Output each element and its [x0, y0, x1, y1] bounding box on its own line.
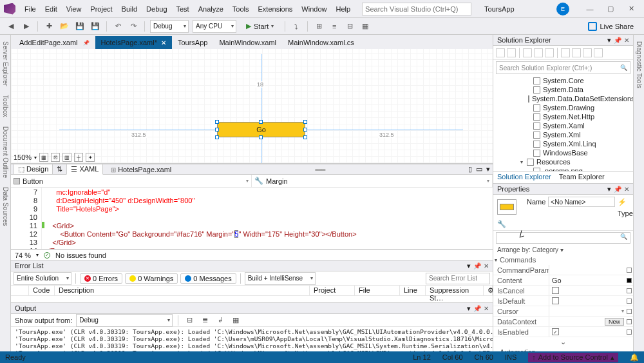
toolbox-tab[interactable]: Toolbox: [2, 91, 9, 121]
error-search-input[interactable]: [426, 273, 490, 284]
se-preview-icon[interactable]: [583, 48, 592, 57]
prop-row[interactable]: IsEnabled: [493, 327, 633, 337]
se-refresh-icon[interactable]: [534, 48, 543, 57]
output-text[interactable]: 'ToursApp.exe' (CLR v4.0.30319: ToursApp…: [11, 327, 493, 351]
tool-icon-2[interactable]: ≡: [328, 21, 340, 32]
split-collapse-icon[interactable]: ▾: [486, 165, 490, 173]
build-filter-combo[interactable]: Build + IntelliSense: [245, 272, 316, 285]
new-project-icon[interactable]: ✚: [43, 21, 55, 32]
close-panel-icon[interactable]: ✕: [484, 262, 489, 270]
user-avatar-icon[interactable]: E: [556, 3, 569, 15]
add-source-control-button[interactable]: ↑ Add to Source Control ▴: [528, 353, 618, 362]
design-xaml-split[interactable]: ⬚ Design ⇅ ☰ XAML ⊞ HotelsPage.xaml ▪▪▪▪…: [11, 164, 493, 175]
effects-icon[interactable]: ✦: [86, 153, 95, 162]
live-share-button[interactable]: Live Share: [583, 22, 639, 31]
solution-tree[interactable]: System.CoreSystem.DataSystem.Data.DataSe…: [493, 75, 633, 171]
scope-combo[interactable]: Entire Solution: [14, 272, 71, 285]
toggle-icon[interactable]: ▦: [230, 315, 242, 326]
menu-debug[interactable]: Debug: [142, 3, 171, 15]
grid-icon[interactable]: ▥: [62, 153, 71, 162]
tab-addeditpage[interactable]: AddEditPage.xaml: [14, 36, 95, 49]
document-outline-tab[interactable]: Document Outline: [2, 123, 9, 182]
config-combo[interactable]: Debug: [150, 20, 189, 33]
fit-icon[interactable]: ⊡: [51, 153, 60, 162]
clear-icon[interactable]: ≣: [199, 315, 211, 326]
pin-icon[interactable]: 📌: [614, 37, 621, 44]
tab-close-icon[interactable]: ✕: [161, 39, 166, 46]
nav-back-icon[interactable]: ◀: [5, 21, 17, 32]
prop-row[interactable]: DataContextNew: [493, 317, 633, 327]
tool-icon-3[interactable]: ⊟: [344, 21, 355, 32]
find-icon[interactable]: ⊟: [184, 315, 195, 326]
se-properties-icon[interactable]: [572, 48, 581, 57]
minimize-icon[interactable]: —: [581, 3, 599, 15]
tree-item[interactable]: System.Core: [493, 76, 633, 85]
messages-filter[interactable]: 0 Messages: [180, 273, 236, 284]
pin-icon[interactable]: 📌: [473, 305, 481, 312]
menu-view[interactable]: View: [62, 3, 86, 15]
split-vertical-icon[interactable]: ▯: [468, 165, 472, 173]
events-icon[interactable]: ⚡: [618, 198, 629, 206]
platform-combo[interactable]: Any CPU: [193, 20, 236, 33]
tree-item[interactable]: System.Data: [493, 85, 633, 94]
tool-icon-1[interactable]: ⊞: [313, 21, 325, 32]
tool-icon-4[interactable]: ▦: [359, 21, 371, 32]
expand-caret-icon[interactable]: ⌄: [493, 337, 633, 347]
pin-icon[interactable]: 📌: [614, 186, 621, 193]
tab-hotelspage[interactable]: HotelsPage.xaml*✕: [95, 36, 172, 49]
tree-item[interactable]: ▾Resources: [493, 157, 633, 166]
tree-item[interactable]: WindowsBase: [493, 148, 633, 157]
data-sources-tab[interactable]: Data Sources: [2, 183, 9, 230]
panel-menu-icon[interactable]: ▾: [607, 185, 611, 193]
xaml-tab[interactable]: ☰ XAML: [66, 164, 103, 175]
props-section-commands[interactable]: Commands: [493, 255, 633, 265]
close-panel-icon[interactable]: ✕: [484, 305, 489, 312]
se-showall-icon[interactable]: [561, 48, 570, 57]
props-section-automation[interactable]: Automation: [493, 347, 633, 351]
props-name-input[interactable]: [548, 197, 615, 207]
tree-item[interactable]: System.Data.DataSetExtensions: [493, 94, 633, 103]
zoom-level[interactable]: 150%: [14, 153, 32, 161]
se-collapse-icon[interactable]: [545, 48, 554, 57]
menu-tools[interactable]: Tools: [229, 3, 253, 15]
start-button[interactable]: ▶Start▾: [240, 21, 279, 32]
tab-toursapp[interactable]: ToursApp: [172, 36, 213, 49]
props-search-input[interactable]: [496, 232, 630, 244]
warnings-filter[interactable]: 0 Warnings: [125, 273, 178, 284]
menu-window[interactable]: Window: [298, 3, 330, 15]
zoom-tool-icon[interactable]: ▦: [39, 153, 48, 162]
menu-extensions[interactable]: Extensions: [254, 3, 297, 15]
wrap-icon[interactable]: ↲: [214, 315, 226, 326]
prop-row[interactable]: Cursor▾: [493, 306, 633, 317]
tree-item[interactable]: System.Xaml: [493, 121, 633, 130]
menu-file[interactable]: File: [21, 3, 40, 15]
step-icon[interactable]: ⤵: [290, 21, 302, 32]
snap-icon[interactable]: ┼: [74, 153, 83, 162]
se-view-icon[interactable]: [594, 48, 603, 57]
tab-mainwindow-xaml[interactable]: MainWindow.xaml: [213, 36, 282, 49]
save-all-icon[interactable]: 💾: [90, 21, 101, 32]
prop-row[interactable]: CommandParameter: [493, 265, 633, 275]
output-source-combo[interactable]: Debug: [76, 314, 173, 327]
nav-member-combo[interactable]: 🔧Margin: [252, 175, 493, 187]
tree-item[interactable]: System.Xml: [493, 130, 633, 139]
tree-item[interactable]: System.Xml.Linq: [493, 139, 633, 148]
quick-launch-input[interactable]: Search Visual Studio (Ctrl+Q): [362, 3, 471, 15]
close-panel-icon[interactable]: ✕: [624, 186, 629, 193]
panel-menu-icon[interactable]: ▾: [467, 262, 471, 270]
design-tab[interactable]: ⬚ Design: [14, 164, 53, 175]
se-back-icon[interactable]: [507, 48, 516, 57]
menu-edit[interactable]: Edit: [41, 3, 61, 15]
se-search-input[interactable]: Search Solution Explorer (Ctrl+;): [496, 61, 630, 74]
open-icon[interactable]: 📂: [59, 21, 70, 32]
nav-fwd-icon[interactable]: ▶: [21, 21, 32, 32]
se-sync-icon[interactable]: [523, 48, 532, 57]
notifications-icon[interactable]: 🔔: [630, 353, 639, 362]
prop-row[interactable]: IsDefault: [493, 296, 633, 306]
tab-mainwindow-cs[interactable]: MainWindow.xaml.cs: [282, 36, 360, 49]
errors-filter[interactable]: ✕0 Errors: [80, 273, 122, 284]
props-wrench-icon[interactable]: 🔧: [497, 220, 524, 228]
menu-analyze[interactable]: Analyze: [194, 3, 227, 15]
tree-item[interactable]: System.Drawing: [493, 103, 633, 112]
prop-row[interactable]: IsCancel: [493, 286, 633, 296]
